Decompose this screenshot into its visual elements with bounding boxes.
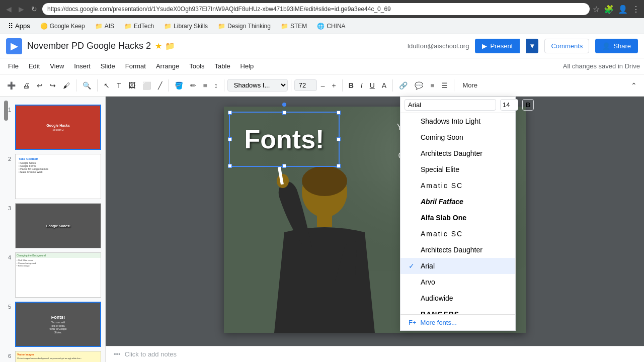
bookmark-china[interactable]: 🌐 CHINA <box>313 21 349 31</box>
menu-format[interactable]: Format <box>121 60 150 72</box>
collapse-toolbar-button[interactable]: ⌃ <box>628 79 640 92</box>
toolbar-line-button[interactable]: ╱ <box>155 79 165 92</box>
star-icon[interactable]: ☆ <box>593 5 600 14</box>
slide-preview-2[interactable]: Take Control! • Google Slides • Google F… <box>15 154 101 199</box>
slide-preview-3[interactable]: Google Slides! <box>15 203 101 248</box>
menu-arrange[interactable]: Arrange <box>152 60 183 72</box>
menu-file[interactable]: File <box>4 60 23 72</box>
underline-button[interactable]: U <box>367 79 378 92</box>
handle-top-center[interactable] <box>282 111 286 115</box>
toolbar-redo-button[interactable]: ↪ <box>47 79 59 92</box>
bookmark-stem[interactable]: 📁 STEM <box>277 21 311 31</box>
font-family-selector[interactable]: Shadows I... <box>227 79 288 92</box>
handle-bottom-right[interactable] <box>337 164 341 168</box>
slide-preview-4[interactable]: Changing the Background • Click Slide me… <box>15 252 101 298</box>
apps-button[interactable]: ⠿ Apps <box>4 21 34 32</box>
handle-middle-right[interactable] <box>337 137 341 141</box>
menu-slide[interactable]: Slide <box>97 60 119 72</box>
toolbar-zoom-button[interactable]: 🔍 <box>79 79 94 92</box>
list-button[interactable]: ☰ <box>438 79 451 92</box>
handle-top-right[interactable] <box>337 111 341 115</box>
more-button[interactable]: More <box>459 79 480 91</box>
toolbar-text-button[interactable]: T <box>114 79 124 92</box>
bookmark-google-keep[interactable]: 🟡 Google Keep <box>36 21 89 31</box>
slide-preview-5[interactable]: Fonts! You can addlots of extrafonts to … <box>15 302 101 347</box>
font-list-item[interactable]: Abril Fatface <box>400 194 515 210</box>
text-color-button[interactable]: A <box>379 79 389 92</box>
menu-edit[interactable]: Edit <box>25 60 44 72</box>
slide-thumbnail-1[interactable]: 1 Google Hacks Session 2 <box>4 105 101 150</box>
slide-preview-6[interactable]: Vector Images Vector images have no back… <box>15 351 101 362</box>
font-list-item[interactable]: Alfa Slab One <box>400 210 515 226</box>
rotation-handle[interactable] <box>282 103 286 107</box>
comments-button[interactable]: Comments <box>544 39 589 53</box>
extensions-icon[interactable]: 🧩 <box>604 5 614 14</box>
text-selection-box[interactable]: Fonts! <box>229 112 340 167</box>
more-fonts-button[interactable]: F+ More fonts... <box>400 314 515 330</box>
toolbar-fill-button[interactable]: 🪣 <box>172 79 186 92</box>
present-dropdown-button[interactable]: ▼ <box>526 39 538 53</box>
font-list-item[interactable]: Audiowide <box>400 290 515 306</box>
present-button[interactable]: ▶ Present <box>475 39 520 53</box>
slide-thumbnail-2[interactable]: 2 Take Control! • Google Slides • Google… <box>4 154 101 199</box>
star-favorite-icon[interactable]: ★ <box>155 41 162 51</box>
bold-button[interactable]: B <box>346 79 357 92</box>
slide-preview-1[interactable]: Google Hacks Session 2 <box>15 105 101 150</box>
address-bar[interactable]: https://docs.google.com/presentation/d/1… <box>42 3 590 15</box>
font-list-item[interactable]: Amatic SC <box>400 226 515 242</box>
font-list-item[interactable]: BANGERS <box>400 306 515 314</box>
toolbar-cursor-button[interactable]: ↖ <box>101 79 113 92</box>
font-size-input[interactable] <box>294 79 317 91</box>
comment-button[interactable]: 💬 <box>412 79 426 92</box>
font-size-dropdown-input[interactable] <box>500 99 518 111</box>
font-list-item[interactable]: Architects Daughter <box>400 242 515 258</box>
toolbar-spacing-button[interactable]: ↕ <box>211 79 221 92</box>
font-name-input[interactable] <box>405 99 496 111</box>
toolbar-shape-button[interactable]: ⬜ <box>139 79 154 92</box>
font-list-item[interactable]: Amatic SC <box>400 177 515 194</box>
font-list-item[interactable]: Special Elite <box>400 161 515 177</box>
italic-button[interactable]: I <box>358 79 366 92</box>
align-text-button[interactable]: ≡ <box>427 79 437 92</box>
notes-placeholder[interactable]: Click to add notes <box>125 350 177 358</box>
toolbar-pen-button[interactable]: ✏ <box>187 79 199 92</box>
toolbar-undo-button[interactable]: ↩ <box>34 79 46 92</box>
font-size-up-button[interactable]: + <box>329 79 339 92</box>
font-list-item[interactable]: ✓Arial <box>400 258 515 274</box>
slide-thumbnail-6[interactable]: 6 Vector Images Vector images have no ba… <box>4 351 101 362</box>
menu-tools[interactable]: Tools <box>185 60 208 72</box>
menu-help[interactable]: Help <box>236 60 258 72</box>
bookmark-design-thinking[interactable]: 📁 Design Thinking <box>214 21 275 31</box>
font-list-item[interactable]: Coming Soon <box>400 129 515 145</box>
handle-bottom-center[interactable] <box>282 164 286 168</box>
profile-icon[interactable]: 👤 <box>618 5 628 14</box>
bookmark-library-skills[interactable]: 📁 Library Skills <box>160 21 212 31</box>
toolbar-print-button[interactable]: 🖨 <box>20 79 33 92</box>
font-list-item[interactable]: Arvo <box>400 274 515 290</box>
bookmark-ais[interactable]: 📁 AIS <box>91 21 118 31</box>
menu-icon[interactable]: ⋮ <box>632 5 640 14</box>
handle-middle-left[interactable] <box>228 137 232 141</box>
toolbar-align-button[interactable]: ≡ <box>200 79 210 92</box>
font-list-item[interactable]: Shadows Into Light <box>400 113 515 129</box>
font-list-item[interactable]: Architects Daughter <box>400 145 515 161</box>
menu-insert[interactable]: Insert <box>70 60 95 72</box>
share-button[interactable]: 👤 Share <box>595 39 638 53</box>
bookmark-edtech[interactable]: 📁 EdTech <box>120 21 158 31</box>
handle-bottom-left[interactable] <box>228 164 232 168</box>
handle-top-left[interactable] <box>228 111 232 115</box>
toolbar-image-button[interactable]: 🖼 <box>125 79 138 92</box>
link-button[interactable]: 🔗 <box>396 79 411 92</box>
font-bold-button[interactable]: B <box>522 99 534 111</box>
menu-table[interactable]: Table <box>211 60 234 72</box>
toolbar-paint-button[interactable]: 🖌 <box>60 79 73 92</box>
notes-area[interactable]: ••• Click to add notes <box>106 346 644 362</box>
font-size-down-button[interactable]: – <box>318 79 328 92</box>
folder-icon[interactable]: 📁 <box>165 41 175 51</box>
refresh-button[interactable]: ↻ <box>29 4 39 14</box>
forward-button[interactable]: ▶ <box>17 4 26 14</box>
toolbar-add-button[interactable]: ➕ <box>4 79 19 92</box>
menu-view[interactable]: View <box>46 60 68 72</box>
slide-thumbnail-4[interactable]: 4 Changing the Background • Click Slide … <box>4 252 101 298</box>
slide-thumbnail-5[interactable]: 5 Fonts! You can addlots of extrafonts t… <box>4 302 101 347</box>
